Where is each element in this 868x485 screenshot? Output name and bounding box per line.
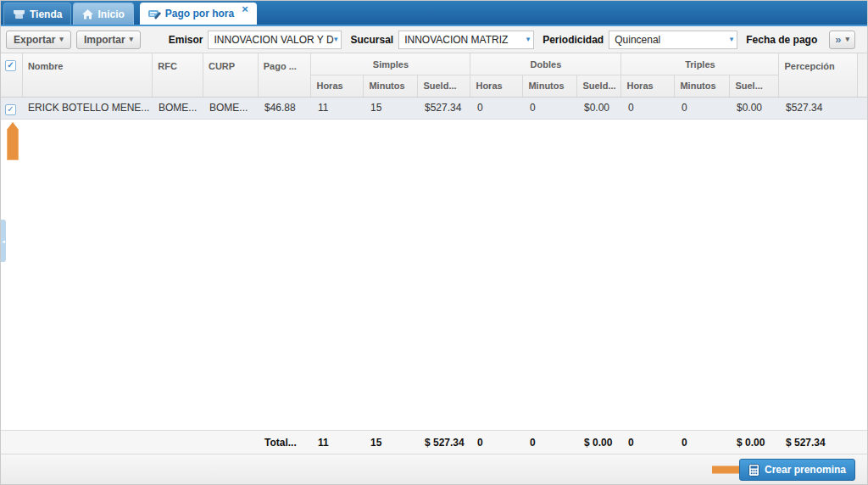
emisor-value: INNOVACION VALOR Y DE [214,34,333,46]
fecha-pago-label: Fecha de pago [746,34,817,46]
cell-dobles-minutos: 0 [525,98,579,119]
home-icon [82,9,93,20]
column-header-curp[interactable]: CURP [203,53,259,97]
periodicidad-value: Quincenal [615,34,729,46]
grid-body [1,120,867,430]
totals-row: Total... 11 15 $ 527.34 0 0 $ 0.00 0 0 $… [1,430,867,454]
tab-label: Tienda [30,8,62,20]
group-header-triples: Triples [621,53,779,75]
totals-label: Total... [259,431,313,454]
column-group-simples: Simples Horas Minutos Sueld... [311,53,470,97]
cell-dobles-sueldo: $0.00 [579,98,623,119]
tab-label: Pago por hora [165,8,234,20]
import-button[interactable]: Importar ▾ [76,31,141,49]
column-group-triples: Triples Horas Minutos Suel... [621,53,779,97]
tab-bar: Tienda Inicio Pago por hora × [1,1,867,26]
import-button-label: Importar [84,34,125,46]
cell-pago: $46.88 [259,98,313,119]
tab-pago-por-hora[interactable]: Pago por hora × [140,3,257,25]
cell-simples-sueldo: $527.34 [420,98,472,119]
cell-simples-horas: 11 [313,98,365,119]
column-header-dobles-minutos[interactable]: Minutos [523,75,577,97]
cell-dobles-horas: 0 [472,98,525,119]
table-row[interactable]: ✓ ERICK BOTELLO MENE... BOME... BOME... … [1,98,867,120]
app-window: Tienda Inicio Pago por hora × Exportar ▾… [0,0,868,485]
total-simples-sueldo: $ 527.34 [420,431,472,454]
periodicidad-select[interactable]: Quincenal ▾ [609,31,737,49]
group-header-dobles: Dobles [470,53,621,75]
chevron-down-icon: ▾ [730,36,734,43]
emisor-select[interactable]: INNOVACION VALOR Y DE ▾ [208,31,342,49]
totals-spacer [1,431,259,454]
cell-triples-sueldo: $0.00 [732,98,781,119]
cell-triples-horas: 0 [623,98,676,119]
total-triples-minutos: 0 [676,431,732,454]
header-filler [858,53,867,97]
column-header-rfc[interactable]: RFC [153,53,203,97]
total-dobles-horas: 0 [472,431,525,454]
column-header-nombre[interactable]: Nombre [23,53,153,97]
collapse-left-icon: ◂ [2,238,5,244]
chevron-down-icon: ▾ [130,36,134,43]
cell-percepcion: $527.34 [781,98,860,119]
cell-simples-minutos: 15 [365,98,420,119]
export-button[interactable]: Exportar ▾ [6,31,71,49]
tab-inicio[interactable]: Inicio [73,3,133,25]
tab-label: Inicio [97,8,124,20]
select-all-checkbox[interactable]: ✓ [5,60,16,71]
fecha-pago-button[interactable]: » ▾ [829,31,855,49]
store-icon [13,9,25,20]
total-triples-horas: 0 [623,431,676,454]
column-header-triples-minutos[interactable]: Minutos [675,75,730,97]
column-header-triples-horas[interactable]: Horas [621,75,675,97]
column-header-simples-minutos[interactable]: Minutos [364,75,418,97]
chevron-down-icon: ▾ [334,36,338,43]
total-dobles-minutos: 0 [525,431,579,454]
sucursal-label: Sucursal [350,34,393,46]
cell-curp: BOME... [204,98,259,119]
sucursal-value: INNOVACION MATRIZ [404,34,526,46]
chevron-down-icon: ▾ [59,36,64,43]
panel-collapse-handle[interactable]: ◂ [1,220,6,262]
annotation-arrow-up [7,122,19,160]
column-header-percepcion[interactable]: Percepción [779,53,858,97]
tab-tienda[interactable]: Tienda [3,3,71,25]
cell-rfc: BOME... [153,98,204,119]
row-checkbox[interactable]: ✓ [5,104,16,115]
column-header-triples-sueldo[interactable]: Suel... [730,75,779,97]
chevron-down-icon: ▾ [526,36,531,43]
column-header-dobles-horas[interactable]: Horas [470,75,523,97]
grid-header: ✓ Nombre RFC CURP Pago ... Simples Horas… [1,53,867,98]
total-simples-minutos: 15 [365,431,420,454]
periodicidad-label: Periodicidad [542,34,604,46]
column-header-simples-horas[interactable]: Horas [311,75,364,97]
footer-bar: Crear prenomina [1,454,867,484]
column-group-dobles: Dobles Horas Minutos Sueld... [470,53,621,97]
total-triples-sueldo: $ 0.00 [732,431,781,454]
row-checkbox-cell: ✓ [1,98,23,119]
double-chevron-icon: » [835,34,841,45]
crear-prenomina-label: Crear prenomina [765,464,846,476]
calculator-icon [748,464,760,477]
payroll-icon [148,8,161,20]
total-percepcion: $ 527.34 [781,431,860,454]
emisor-label: Emisor [169,34,203,46]
cell-triples-minutos: 0 [676,98,732,119]
select-all-cell: ✓ [1,53,23,97]
chevron-down-icon: ▾ [845,36,849,43]
cell-nombre: ERICK BOTELLO MENE... [23,98,153,119]
toolbar: Exportar ▾ Importar ▾ Emisor INNOVACION … [1,26,867,53]
total-simples-horas: 11 [313,431,365,454]
close-icon[interactable]: × [242,3,248,14]
sucursal-select[interactable]: INNOVACION MATRIZ ▾ [398,31,534,49]
group-header-simples: Simples [311,53,470,75]
export-button-label: Exportar [14,34,55,46]
crear-prenomina-button[interactable]: Crear prenomina [739,459,855,481]
total-dobles-sueldo: $ 0.00 [579,431,623,454]
column-header-dobles-sueldo[interactable]: Sueld... [577,75,621,97]
column-header-pago[interactable]: Pago ... [259,53,312,97]
column-header-simples-sueldo[interactable]: Sueld... [418,75,470,97]
